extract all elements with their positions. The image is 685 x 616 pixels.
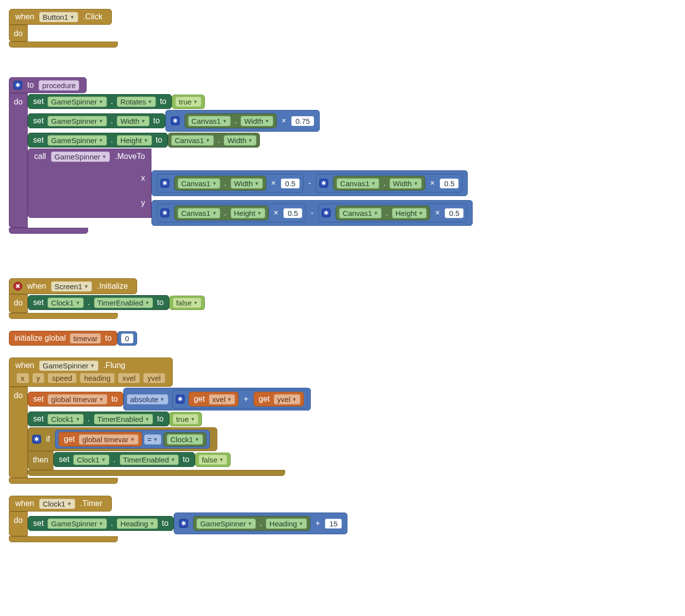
set-global-timevar[interactable]: set global timevar▼ to absolute▼ ✱ get x… bbox=[28, 388, 311, 411]
math-add[interactable]: ✱ GameSpinner▼ . Heading▼ + 15 bbox=[174, 513, 347, 534]
dropdown-gamespinner[interactable]: GameSpinner▼ bbox=[39, 360, 98, 371]
num-input[interactable]: 0.75 bbox=[291, 116, 314, 126]
value-false[interactable]: false▼ bbox=[169, 296, 205, 310]
getter-clock1[interactable]: Clock1▼ bbox=[163, 432, 206, 447]
get-global-timevar[interactable]: get global timevar▼ bbox=[58, 432, 142, 447]
dropdown-timerenabled[interactable]: TimerEnabled▼ bbox=[94, 414, 153, 424]
getter-canvas-width[interactable]: Canvas1▼ . Width▼ bbox=[333, 176, 425, 191]
error-icon[interactable]: ✖ bbox=[13, 282, 22, 291]
dropdown-clock1[interactable]: Clock1▼ bbox=[48, 414, 84, 424]
dropdown-clock1[interactable]: Clock1▼ bbox=[39, 499, 75, 509]
dropdown-timerenabled[interactable]: TimerEnabled▼ bbox=[120, 455, 179, 465]
dropdown-canvas1[interactable]: Canvas1▼ bbox=[339, 208, 382, 218]
dropdown-canvas1[interactable]: Canvas1▼ bbox=[171, 135, 214, 146]
dropdown-gamespinner[interactable]: GameSpinner▼ bbox=[48, 518, 106, 529]
dropdown-yvel[interactable]: yvel▼ bbox=[274, 394, 300, 405]
dropdown-width[interactable]: Width▼ bbox=[241, 116, 273, 126]
dropdown-width[interactable]: Width▼ bbox=[231, 178, 263, 189]
math-absolute[interactable]: absolute▼ ✱ get xvel▼ + get yvel▼ bbox=[123, 388, 311, 411]
set-rotates[interactable]: set GameSpinner▼ . Rotates▼ to true▼ bbox=[28, 94, 205, 109]
num-input[interactable]: 15 bbox=[325, 518, 342, 529]
dropdown-canvas1[interactable]: Canvas1▼ bbox=[337, 178, 379, 189]
dropdown-gamespinner[interactable]: GameSpinner▼ bbox=[196, 518, 255, 529]
math-multiply[interactable]: ✱ Canvas1▼ . Width▼ × 0.5 bbox=[157, 174, 303, 193]
set-width[interactable]: set GameSpinner▼ . Width▼ to ✱ Canvas1▼ … bbox=[28, 110, 320, 132]
dropdown-rotates[interactable]: Rotates▼ bbox=[117, 97, 156, 107]
math-subtract-y[interactable]: ✱ Canvas1▼ . Height▼ × 0.5 - ✱ bbox=[151, 200, 473, 226]
event-gamespinner-flung[interactable]: when GameSpinner▼ .Flung x y speed headi… bbox=[9, 358, 676, 484]
set-timerenabled-true[interactable]: set Clock1▼ . TimerEnabled▼ to true▼ bbox=[28, 411, 202, 426]
procedure-name[interactable]: procedure bbox=[39, 80, 79, 91]
gear-icon[interactable]: ✱ bbox=[176, 395, 185, 404]
dropdown-timerenabled[interactable]: TimerEnabled▼ bbox=[94, 298, 153, 308]
dropdown-width[interactable]: Width▼ bbox=[224, 135, 256, 146]
set-timerenabled-false-2[interactable]: set Clock1▼ . TimerEnabled▼ to false▼ bbox=[53, 452, 231, 467]
dropdown-clock1[interactable]: Clock1▼ bbox=[167, 434, 203, 445]
getter-canvas-width[interactable]: Canvas1▼ . Width▼ bbox=[185, 113, 277, 128]
dropdown-gamespinner[interactable]: GameSpinner▼ bbox=[51, 152, 110, 162]
num-input[interactable]: 0.5 bbox=[283, 208, 302, 218]
num-input[interactable]: 0.5 bbox=[444, 208, 464, 218]
dropdown-clock1[interactable]: Clock1▼ bbox=[73, 455, 109, 465]
getter-canvas-width[interactable]: Canvas1▼ . Width▼ bbox=[174, 176, 266, 191]
call-moveto[interactable]: call GameSpinner▼ .MoveTo x y ✱ bbox=[28, 149, 473, 226]
getter-canvas-height[interactable]: Canvas1▼ . Height▼ bbox=[336, 205, 430, 220]
dropdown-canvas1[interactable]: Canvas1▼ bbox=[178, 208, 220, 218]
getter-canvas-width[interactable]: Canvas1▼ . Width▼ bbox=[168, 133, 260, 148]
set-height[interactable]: set GameSpinner▼ . Height▼ to Canvas1▼ .… bbox=[28, 133, 260, 148]
num-input[interactable]: 0.5 bbox=[440, 178, 459, 189]
dropdown-absolute[interactable]: absolute▼ bbox=[127, 394, 168, 405]
compare-eq[interactable]: get global timevar▼ =▼ Clock1▼ bbox=[55, 430, 210, 449]
math-add[interactable]: ✱ get xvel▼ + get yvel▼ bbox=[172, 390, 307, 409]
dropdown-canvas1[interactable]: Canvas1▼ bbox=[188, 116, 231, 126]
dropdown-width[interactable]: Width▼ bbox=[390, 178, 422, 189]
param-speed[interactable]: speed bbox=[48, 373, 77, 383]
dropdown-height[interactable]: Height▼ bbox=[231, 208, 265, 218]
math-subtract-x[interactable]: ✱ Canvas1▼ . Width▼ × 0.5 - ✱ bbox=[151, 170, 468, 196]
param-x[interactable]: x bbox=[16, 373, 29, 383]
num-input[interactable]: 0.5 bbox=[281, 178, 300, 189]
event-button1-click[interactable]: when Button1▼ .Click do bbox=[9, 9, 676, 48]
set-timerenabled-false[interactable]: set Clock1▼ . TimerEnabled▼ to false▼ bbox=[28, 295, 205, 310]
math-multiply[interactable]: ✱ Canvas1▼ . Width▼ × 0.5 bbox=[316, 174, 462, 193]
getter-heading[interactable]: GameSpinner▼ . Heading▼ bbox=[193, 516, 310, 531]
dropdown-width[interactable]: Width▼ bbox=[117, 116, 149, 126]
param-y[interactable]: y bbox=[32, 373, 45, 383]
get-yvel[interactable]: get yvel▼ bbox=[253, 392, 304, 407]
dropdown-screen1[interactable]: Screen1▼ bbox=[51, 281, 92, 292]
dropdown-height[interactable]: Height▼ bbox=[392, 208, 427, 218]
var-name-timevar[interactable]: timevar bbox=[70, 333, 101, 344]
global-var-init[interactable]: initialize global timevar to 0 bbox=[9, 331, 676, 346]
gear-icon[interactable]: ✱ bbox=[160, 179, 169, 188]
param-xvel[interactable]: xvel bbox=[118, 373, 140, 383]
gear-icon[interactable]: ✱ bbox=[32, 435, 41, 444]
procedure-definition[interactable]: ✱ to procedure do set GameSpinner▼ . Rot… bbox=[9, 77, 676, 234]
dropdown-button1[interactable]: Button1▼ bbox=[39, 12, 78, 22]
dropdown-canvas1[interactable]: Canvas1▼ bbox=[178, 178, 220, 189]
gear-icon[interactable]: ✱ bbox=[322, 208, 331, 217]
gear-icon[interactable]: ✱ bbox=[160, 208, 169, 217]
math-multiply[interactable]: ✱ Canvas1▼ . Height▼ × 0.5 bbox=[157, 204, 306, 222]
dropdown-clock1[interactable]: Clock1▼ bbox=[48, 298, 84, 308]
dropdown-heading[interactable]: Heading▼ bbox=[117, 518, 158, 529]
if-block[interactable]: ✱ if get global timevar▼ =▼ Clock1▼ bbox=[28, 427, 285, 476]
param-heading[interactable]: heading bbox=[80, 373, 115, 383]
gear-icon[interactable]: ✱ bbox=[179, 519, 188, 528]
value-true[interactable]: true▼ bbox=[172, 95, 205, 109]
get-xvel[interactable]: get xvel▼ bbox=[189, 392, 239, 407]
gear-icon[interactable]: ✱ bbox=[171, 116, 180, 125]
gear-icon[interactable]: ✱ bbox=[319, 179, 328, 188]
dropdown-xvel[interactable]: xvel▼ bbox=[209, 394, 236, 405]
dropdown-gamespinner[interactable]: GameSpinner▼ bbox=[48, 135, 106, 146]
dropdown-height[interactable]: Height▼ bbox=[117, 135, 151, 146]
dropdown-gamespinner[interactable]: GameSpinner▼ bbox=[48, 97, 106, 107]
set-heading[interactable]: set GameSpinner▼ . Heading▼ to ✱ GameSpi… bbox=[28, 513, 347, 534]
gear-icon[interactable]: ✱ bbox=[13, 81, 22, 90]
dropdown-eq[interactable]: =▼ bbox=[144, 434, 162, 445]
num-literal[interactable]: 0 bbox=[117, 331, 137, 346]
event-screen1-initialize[interactable]: ✖ when Screen1▼ .Initialize do set Clock… bbox=[9, 278, 676, 319]
getter-canvas-height[interactable]: Canvas1▼ . Height▼ bbox=[174, 205, 269, 220]
dropdown-global-timevar[interactable]: global timevar▼ bbox=[48, 394, 107, 405]
dropdown-heading[interactable]: Heading▼ bbox=[266, 518, 307, 529]
event-clock1-timer[interactable]: when Clock1▼ .Timer do set GameSpinner▼ … bbox=[9, 496, 676, 542]
